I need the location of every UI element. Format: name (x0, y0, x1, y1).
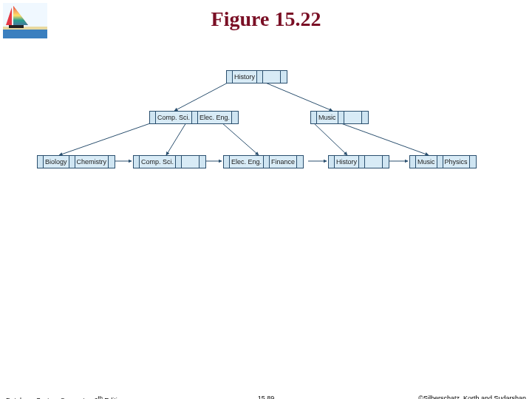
svg-line-8 (222, 123, 259, 155)
ptr-cell (192, 112, 198, 123)
key-cell: Elec. Eng. (198, 112, 232, 123)
ptr-cell (200, 156, 205, 168)
ptr-cell (470, 156, 476, 168)
page-title: Figure 15.22 (0, 7, 532, 31)
ptr-cell (227, 71, 233, 83)
ptr-cell (69, 156, 75, 168)
ptr-cell (410, 156, 416, 168)
btree-leaf-node: Comp. Sci. (133, 155, 206, 168)
key-cell-empty (344, 112, 362, 123)
btree-internal-node: Music (310, 111, 369, 124)
ptr-cell (297, 156, 303, 168)
key-cell: Music (317, 112, 338, 123)
ptr-cell (359, 156, 365, 168)
ptr-cell (224, 156, 230, 168)
svg-line-4 (174, 82, 229, 111)
ptr-cell (281, 71, 287, 83)
ptr-cell (109, 156, 115, 168)
ptr-cell (437, 156, 443, 168)
key-cell: Chemistry (75, 156, 109, 168)
svg-line-10 (339, 123, 429, 155)
ptr-cell (150, 112, 156, 123)
key-cell: Physics (443, 156, 470, 168)
key-cell: Biology (44, 156, 69, 168)
key-cell: Comp. Sci. (156, 112, 192, 123)
slide: Figure 15.22 (0, 0, 532, 399)
key-cell: History (233, 71, 257, 83)
btree-diagram: History Comp. Sci. Elec. Eng. Music Biol… (30, 70, 502, 203)
btree-leaf-node: Music Physics (409, 155, 477, 168)
svg-line-6 (59, 123, 152, 155)
svg-line-7 (166, 123, 186, 155)
ptr-cell (232, 112, 238, 123)
svg-line-9 (313, 123, 347, 155)
ptr-cell (257, 71, 263, 83)
key-cell: Comp. Sci. (140, 156, 176, 168)
key-cell-empty (182, 156, 200, 168)
ptr-cell (383, 156, 389, 168)
btree-leaf-node: Elec. Eng. Finance (223, 155, 304, 168)
key-cell-empty (263, 71, 281, 83)
ptr-cell (338, 112, 344, 123)
key-cell-empty (365, 156, 383, 168)
footer-copyright: ©Silberschatz, Korth and Sudarshan (418, 395, 526, 399)
key-cell: Music (416, 156, 437, 168)
svg-line-5 (264, 82, 332, 111)
key-cell: Finance (270, 156, 297, 168)
key-cell: Elec. Eng. (230, 156, 264, 168)
tree-arrows (30, 70, 502, 203)
ptr-cell (134, 156, 140, 168)
ptr-cell (311, 112, 317, 123)
ptr-cell (362, 112, 368, 123)
ptr-cell (176, 156, 182, 168)
btree-root-node: History (226, 70, 287, 83)
btree-leaf-node: Biology Chemistry (37, 155, 115, 168)
ptr-cell (38, 156, 44, 168)
ptr-cell (329, 156, 335, 168)
ptr-cell (264, 156, 270, 168)
key-cell: History (335, 156, 359, 168)
btree-internal-node: Comp. Sci. Elec. Eng. (149, 111, 239, 124)
btree-leaf-node: History (328, 155, 389, 168)
